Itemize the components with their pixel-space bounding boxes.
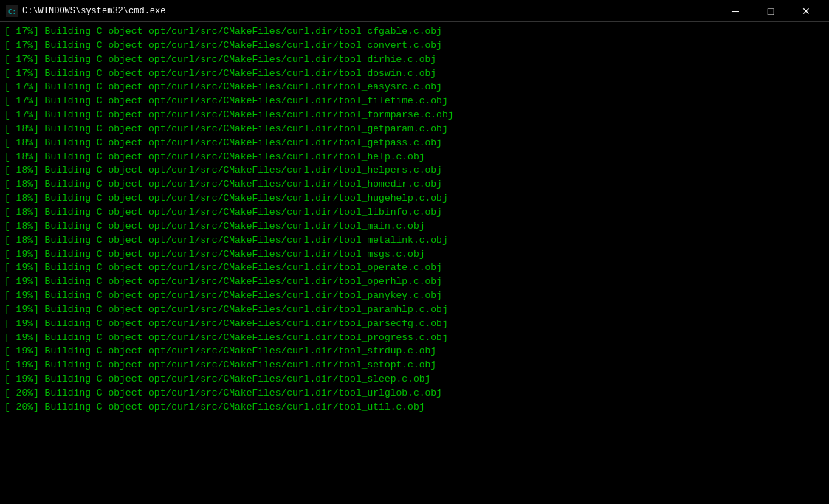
terminal-line: [ 17%] Building C object opt/curl/src/CM…: [4, 25, 825, 39]
terminal-line: [ 18%] Building C object opt/curl/src/CM…: [4, 220, 825, 234]
terminal-line: [ 18%] Building C object opt/curl/src/CM…: [4, 206, 825, 220]
terminal-line: [ 18%] Building C object opt/curl/src/CM…: [4, 192, 825, 206]
minimize-button[interactable]: ─: [718, 0, 752, 22]
terminal-line: [ 17%] Building C object opt/curl/src/CM…: [4, 39, 825, 53]
terminal-line: [ 17%] Building C object opt/curl/src/CM…: [4, 53, 825, 67]
terminal-line: [ 18%] Building C object opt/curl/src/CM…: [4, 122, 825, 137]
terminal-line: [ 18%] Building C object opt/curl/src/CM…: [4, 178, 825, 192]
terminal-line: [ 19%] Building C object opt/curl/src/CM…: [4, 289, 825, 303]
window: C: C:\WINDOWS\system32\cmd.exe ─ □ ✕ [ 1…: [0, 0, 829, 504]
title-bar-left: C: C:\WINDOWS\system32\cmd.exe: [6, 5, 165, 17]
maximize-button[interactable]: □: [754, 0, 788, 22]
close-button[interactable]: ✕: [789, 0, 823, 22]
cmd-icon: C:: [6, 5, 18, 17]
terminal-line: [ 19%] Building C object opt/curl/src/CM…: [4, 261, 825, 275]
title-bar: C: C:\WINDOWS\system32\cmd.exe ─ □ ✕: [0, 0, 829, 22]
terminal-line: [ 18%] Building C object opt/curl/src/CM…: [4, 164, 825, 178]
terminal-line: [ 19%] Building C object opt/curl/src/CM…: [4, 303, 825, 317]
terminal-line: [ 19%] Building C object opt/curl/src/CM…: [4, 275, 825, 289]
terminal-line: [ 17%] Building C object opt/curl/src/CM…: [4, 108, 825, 122]
terminal-wrapper: [ 17%] Building C object opt/curl/src/CM…: [0, 22, 829, 504]
terminal-line: [ 19%] Building C object opt/curl/src/CM…: [4, 345, 825, 359]
terminal-output[interactable]: [ 17%] Building C object opt/curl/src/CM…: [0, 22, 829, 504]
terminal-line: [ 17%] Building C object opt/curl/src/CM…: [4, 80, 825, 94]
svg-text:C:: C:: [8, 8, 16, 15]
window-title: C:\WINDOWS\system32\cmd.exe: [22, 6, 165, 16]
terminal-line: [ 19%] Building C object opt/curl/src/CM…: [4, 331, 825, 345]
terminal-line: [ 18%] Building C object opt/curl/src/CM…: [4, 137, 825, 151]
terminal-line: [ 19%] Building C object opt/curl/src/CM…: [4, 359, 825, 373]
terminal-line: [ 17%] Building C object opt/curl/src/CM…: [4, 94, 825, 108]
terminal-line: [ 18%] Building C object opt/curl/src/CM…: [4, 234, 825, 248]
terminal-line: [ 19%] Building C object opt/curl/src/CM…: [4, 373, 825, 387]
terminal-line: [ 17%] Building C object opt/curl/src/CM…: [4, 67, 825, 81]
terminal-line: [ 19%] Building C object opt/curl/src/CM…: [4, 248, 825, 262]
terminal-line: [ 18%] Building C object opt/curl/src/CM…: [4, 151, 825, 165]
window-controls: ─ □ ✕: [718, 0, 823, 22]
terminal-line: [ 20%] Building C object opt/curl/src/CM…: [4, 401, 825, 415]
terminal-line: [ 19%] Building C object opt/curl/src/CM…: [4, 317, 825, 331]
terminal-line: [ 20%] Building C object opt/curl/src/CM…: [4, 387, 825, 401]
